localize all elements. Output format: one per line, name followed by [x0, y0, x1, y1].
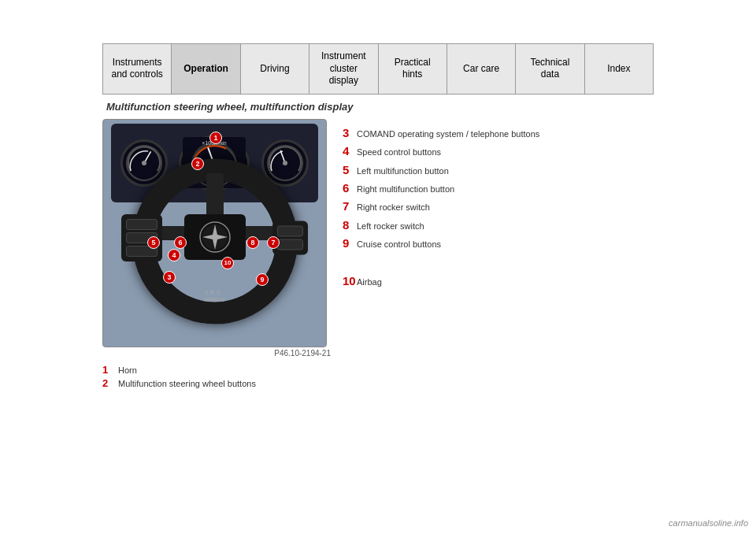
- sidebar-num-7: 7: [343, 200, 357, 212]
- tab-label-operation: Operation: [183, 63, 228, 76]
- sidebar-item-6: 6 Right multifunction button: [343, 182, 654, 195]
- sidebar-text-3: COMAND operating system / telephone butt…: [357, 128, 539, 140]
- callout-7: 7: [267, 236, 280, 249]
- sidebar-item-5: 5 Left multifunction button: [343, 164, 654, 177]
- mercedes-star: [199, 221, 231, 253]
- tab-operation[interactable]: Operation: [172, 44, 240, 94]
- sidebar-num-8: 8: [343, 219, 357, 231]
- navigation-bar: Instruments and controls Operation Drivi…: [102, 43, 654, 95]
- sidebar-item-9: 9 Cruise control buttons: [343, 237, 654, 250]
- sidebar-text-9: Cruise control buttons: [357, 239, 441, 250]
- tab-instrument-cluster[interactable]: Instrument cluster display: [309, 44, 378, 94]
- sidebar-item-7: 7 Right rocker switch: [343, 200, 654, 213]
- watermark: carmanualsoline.info: [669, 518, 748, 528]
- steering-wheel-image: ×100r/min △: [102, 119, 327, 347]
- legend-num-1: 1: [102, 364, 115, 376]
- sidebar-item-10: 10 Airbag: [343, 275, 654, 288]
- main-layout: ×100r/min △: [102, 119, 654, 391]
- page-title: Multifunction steering wheel, multifunct…: [102, 101, 654, 113]
- legend-num-2: 2: [102, 377, 115, 389]
- tab-label-carcare: Car care: [463, 63, 499, 76]
- sidebar-text-4: Speed control buttons: [357, 146, 441, 158]
- sidebar-text-6: Right multifunction button: [357, 184, 454, 195]
- callout-1: 1: [209, 132, 222, 144]
- tab-label-instruments: Instruments and controls: [112, 57, 163, 81]
- sidebar-item-8: 8 Left rocker switch: [343, 219, 654, 232]
- svg-point-11: [283, 161, 287, 165]
- sidebar-item-4: 4 Speed control buttons: [343, 145, 654, 158]
- right-btn-2[interactable]: [277, 239, 303, 250]
- tab-technical-data[interactable]: Technical data: [516, 44, 584, 94]
- sidebar-num-6: 6: [343, 182, 357, 194]
- image-section: ×100r/min △: [102, 119, 331, 391]
- callout-8: 8: [246, 236, 259, 249]
- callout-9: 9: [256, 273, 269, 286]
- legend-section: 1 Horn 2 Multifunction steering wheel bu…: [102, 364, 331, 389]
- callout-4: 4: [168, 249, 180, 261]
- image-caption: P46.10-2194-21: [102, 349, 331, 358]
- tab-instruments[interactable]: Instruments and controls: [103, 44, 172, 94]
- legend-text-1: Horn: [118, 365, 137, 375]
- content-area: Multifunction steering wheel, multifunct…: [102, 95, 654, 397]
- tab-car-care[interactable]: Car care: [447, 44, 516, 94]
- sidebar-num-3: 3: [343, 127, 357, 139]
- sidebar-num-9: 9: [343, 237, 357, 249]
- callout-3: 3: [163, 271, 176, 284]
- wheel-hub: [184, 214, 246, 260]
- sidebar-text-8: Left rocker switch: [357, 221, 424, 232]
- tab-index[interactable]: Index: [585, 44, 653, 94]
- callout-10: 10: [221, 257, 234, 269]
- tab-driving[interactable]: Driving: [241, 44, 309, 94]
- svg-point-2: [142, 161, 146, 165]
- sidebar-items: 3 COMAND operating system / telephone bu…: [343, 119, 654, 391]
- callout-5: 5: [147, 236, 160, 249]
- callout-6: 6: [174, 236, 187, 249]
- sidebar-num-4: 4: [343, 145, 357, 157]
- sidebar-num-5: 5: [343, 164, 357, 176]
- legend-item-2: 2 Multifunction steering wheel buttons: [102, 377, 331, 389]
- sidebar-num-10: 10: [343, 275, 357, 287]
- tab-label-technical: Technical data: [530, 57, 569, 81]
- left-btn-1[interactable]: [126, 219, 158, 230]
- sidebar-item-3: 3 COMAND operating system / telephone bu…: [343, 127, 654, 140]
- wheel-bottom-text: S R SAIRBAG: [204, 289, 224, 303]
- tab-label-cluster: Instrument cluster display: [317, 50, 369, 87]
- right-btn-1[interactable]: [277, 225, 303, 236]
- legend-text-2: Multifunction steering wheel buttons: [118, 379, 256, 388]
- legend-item-1: 1 Horn: [102, 364, 331, 376]
- right-button-cluster: [272, 221, 308, 254]
- callout-2: 2: [191, 158, 204, 170]
- sidebar-text-10: Airbag: [357, 276, 382, 288]
- tab-label-practical: Practical hints: [387, 57, 439, 81]
- tab-label-index: Index: [607, 63, 630, 76]
- tab-label-driving: Driving: [260, 63, 289, 76]
- sidebar-text-7: Right rocker switch: [357, 202, 430, 213]
- sidebar-text-5: Left multifunction button: [357, 165, 449, 177]
- tab-practical-hints[interactable]: Practical hints: [379, 44, 447, 94]
